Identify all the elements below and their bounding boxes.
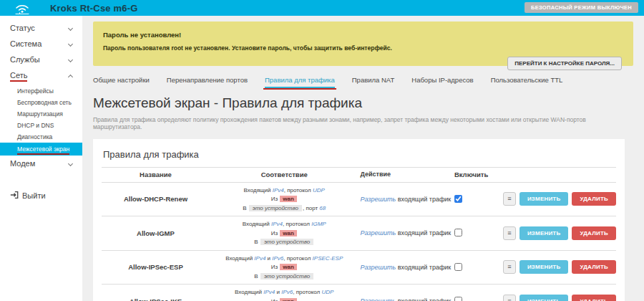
traffic-rules-table: Название Соответствие Действие Включить … — [102, 167, 616, 301]
password-warning-banner: Пароль не установлен! Пароль пользовател… — [93, 22, 633, 66]
column-header-name: Название — [102, 171, 210, 179]
zone-badge-wan: wan — [280, 264, 297, 270]
device-title: Kroks Rt-Cse m6-G — [50, 3, 138, 14]
sidebar-item-diagnostics[interactable]: Диагностика — [0, 131, 82, 143]
table-row: Allow-DHCP-Renew Входящий IPv4, протокол… — [102, 183, 616, 217]
column-header-match: Соответствие — [210, 171, 359, 179]
match-line-protocol: Входящий IPv4, протокол IGMP — [210, 220, 359, 229]
edit-button[interactable]: ИЗМЕНИТЬ — [519, 192, 569, 206]
row-menu-button[interactable]: ≡ — [503, 226, 516, 240]
sidebar-item-network[interactable]: Сеть — [0, 67, 82, 85]
table-row: Allow-IGMP Входящий IPv4, протокол IGMP … — [102, 216, 616, 251]
match-line-from: Из wan — [210, 263, 359, 272]
tab-general-settings[interactable]: Общие настройки — [93, 76, 150, 88]
firewall-tabs: Общие настройки Перенаправление портов П… — [93, 76, 633, 88]
edit-button[interactable]: ИЗМЕНИТЬ — [519, 295, 569, 301]
zone-badge-wan: wan — [280, 196, 297, 202]
sidebar-item-modem[interactable]: Модем — [0, 156, 82, 171]
rule-enabled-checkbox[interactable] — [454, 263, 462, 271]
edit-button[interactable]: ИЗМЕНИТЬ — [519, 260, 569, 274]
zone-badge-device: это устройство — [260, 273, 313, 280]
match-line-from: Из wan — [210, 195, 359, 204]
sidebar-item-interfaces[interactable]: Интерфейсы — [0, 85, 82, 97]
section-title: Правила для трафика — [103, 149, 616, 160]
delete-button[interactable]: УДАЛИТЬ — [572, 192, 616, 206]
tab-nat-rules[interactable]: Правила NAT — [352, 76, 395, 88]
main-content: Пароль не установлен! Пароль пользовател… — [82, 16, 644, 301]
rule-action: Разрешить входящий трафик — [358, 196, 451, 203]
safe-mode-button[interactable]: БЕЗОПАСНЫЙ РЕЖИМ ВЫКЛЮЧЕН — [525, 2, 638, 13]
chevron-down-icon — [68, 161, 73, 166]
rule-match: Входящий IPv4 и IPv6, протокол IPSEC-ESP… — [210, 254, 359, 282]
zone-badge-device: это устройство — [260, 239, 313, 245]
rule-name: Allow-IPSec-ESP — [128, 263, 183, 271]
rule-name: Allow-IGMP — [137, 229, 175, 237]
match-line-protocol: Входящий IPv4 и IPv6, протокол UDP — [210, 288, 359, 297]
match-line-protocol: Входящий IPv4, протокол UDP — [210, 186, 359, 195]
edit-button[interactable]: ИЗМЕНИТЬ — [519, 226, 569, 240]
sidebar-item-routing[interactable]: Маршрутизация — [0, 108, 82, 120]
rule-enabled-checkbox[interactable] — [454, 229, 462, 236]
sidebar-item-system[interactable]: Система — [0, 36, 82, 52]
match-line-from: Из wan — [210, 297, 359, 301]
sidebar-item-dhcp-dns[interactable]: DHCP и DNS — [0, 120, 82, 131]
page-description: Правила для трафика определяют политику … — [93, 116, 633, 130]
rules-table-body: Allow-DHCP-Renew Входящий IPv4, протокол… — [102, 183, 616, 301]
warning-title: Пароль не установлен! — [103, 31, 623, 39]
rule-match: Входящий IPv4, протокол UDP Из wan В это… — [210, 186, 359, 214]
logout-button[interactable]: Выйти — [0, 187, 82, 204]
rule-action: Разрешить входящий трафик — [358, 229, 451, 236]
match-line-to: В это устройство — [210, 238, 359, 247]
traffic-rules-card: Правила для трафика Название Соответстви… — [93, 139, 625, 301]
tab-custom-ttl[interactable]: Пользовательские TTL — [491, 76, 563, 88]
tab-ip-sets[interactable]: Наборы IP-адресов — [411, 76, 473, 88]
table-row: Allow-IPSec-ESP Входящий IPv4 и IPv6, пр… — [102, 251, 616, 285]
rule-name: Allow-DHCP-Renew — [124, 195, 187, 203]
delete-button[interactable]: УДАЛИТЬ — [572, 295, 616, 301]
annotation-underline-tab — [263, 88, 336, 90]
sidebar-item-services[interactable]: Службы — [0, 52, 82, 67]
zone-badge-device: это устройство — [249, 205, 302, 211]
chevron-up-icon — [68, 75, 73, 80]
go-to-password-settings-button[interactable]: ПЕРЕЙТИ К НАСТРОЙКЕ ПАРОЛЯ... — [507, 57, 622, 70]
rule-action: Разрешить входящий трафик — [358, 297, 451, 301]
chevron-down-icon — [68, 26, 73, 31]
warning-text: Пароль пользователя root не установлен. … — [103, 44, 623, 52]
row-menu-button[interactable]: ≡ — [503, 192, 516, 206]
tab-traffic-rules[interactable]: Правила для трафика — [265, 76, 335, 88]
logout-icon — [10, 191, 19, 201]
rule-name: Allow-IPSec-IKE — [130, 297, 182, 301]
column-header-enable: Включить — [452, 171, 503, 179]
chevron-down-icon — [68, 57, 73, 62]
match-line-from: Из wan — [210, 229, 359, 238]
delete-button[interactable]: УДАЛИТЬ — [572, 260, 616, 274]
chevron-down-icon — [68, 42, 73, 47]
rule-action: Разрешить входящий трафик — [358, 264, 451, 271]
match-line-to: В это устройство — [210, 272, 359, 281]
delete-button[interactable]: УДАЛИТЬ — [572, 226, 616, 240]
top-bar: Kroks Rt-Cse m6-G БЕЗОПАСНЫЙ РЕЖИМ ВЫКЛЮ… — [0, 0, 644, 16]
table-row: Allow-IPSec-IKE Входящий IPv4 и IPv6, пр… — [102, 285, 616, 301]
column-header-action: Действие — [358, 171, 451, 179]
wifi-logo-icon — [13, 1, 31, 15]
tab-port-forwarding[interactable]: Перенаправление портов — [167, 76, 248, 88]
rule-match: Входящий IPv4 и IPv6, протокол UDP Из wa… — [210, 287, 359, 301]
rule-match: Входящий IPv4, протокол IGMP Из wan В эт… — [210, 219, 359, 247]
rule-enabled-checkbox[interactable] — [454, 195, 462, 203]
row-menu-button[interactable]: ≡ — [503, 295, 516, 301]
table-header-row: Название Соответствие Действие Включить — [102, 168, 616, 183]
rule-enabled-checkbox[interactable] — [454, 297, 462, 301]
zone-badge-wan: wan — [280, 230, 297, 236]
sidebar-item-wireless[interactable]: Беспроводная сеть — [0, 97, 82, 108]
row-menu-button[interactable]: ≡ — [503, 260, 516, 274]
match-line-protocol: Входящий IPv4 и IPv6, протокол IPSEC-ESP — [210, 254, 359, 263]
sidebar: Статус Система Службы Сеть Интерфейсы Бе… — [0, 16, 82, 301]
sidebar-item-status[interactable]: Статус — [0, 20, 82, 36]
page-title: Межсетевой экран - Правила для трафика — [93, 95, 633, 111]
match-line-to: В это устройство, порт 68 — [210, 204, 359, 213]
sidebar-item-firewall[interactable]: Межсетевой экран — [0, 143, 82, 156]
zone-badge-wan: wan — [280, 298, 297, 301]
